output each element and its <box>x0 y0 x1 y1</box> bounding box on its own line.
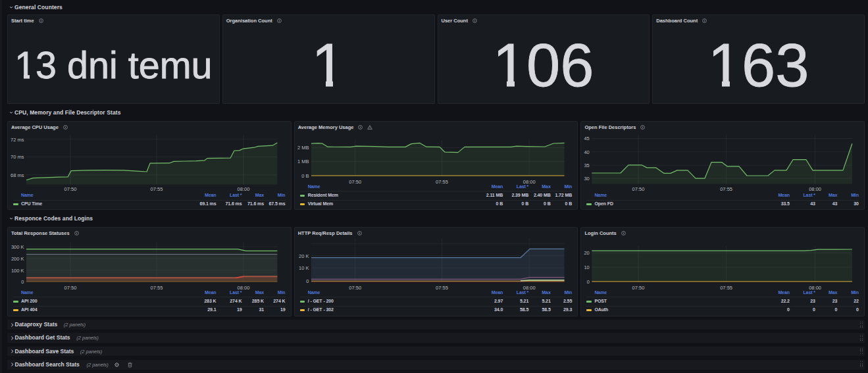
svg-text:10: 10 <box>584 264 590 270</box>
svg-text:20: 20 <box>584 250 590 256</box>
svg-text:72 ms: 72 ms <box>11 137 24 143</box>
svg-text:0: 0 <box>21 279 24 285</box>
svg-text:68 ms: 68 ms <box>11 172 24 178</box>
svg-text:20 K: 20 K <box>299 253 309 259</box>
svg-text:100 K: 100 K <box>11 268 24 274</box>
svg-text:0: 0 <box>306 278 309 284</box>
svg-text:300 K: 300 K <box>11 244 24 250</box>
svg-text:0 B: 0 B <box>301 173 309 179</box>
svg-text:40: 40 <box>584 149 590 155</box>
svg-text:30: 30 <box>584 176 590 182</box>
svg-text:35: 35 <box>584 162 590 168</box>
svg-text:200 K: 200 K <box>11 256 24 262</box>
svg-text:1 MB: 1 MB <box>297 159 309 164</box>
svg-text:45: 45 <box>584 136 590 141</box>
svg-text:70 ms: 70 ms <box>11 154 24 160</box>
svg-text:2 MB: 2 MB <box>297 145 309 151</box>
svg-text:10 K: 10 K <box>299 265 309 271</box>
svg-text:0: 0 <box>587 279 590 285</box>
